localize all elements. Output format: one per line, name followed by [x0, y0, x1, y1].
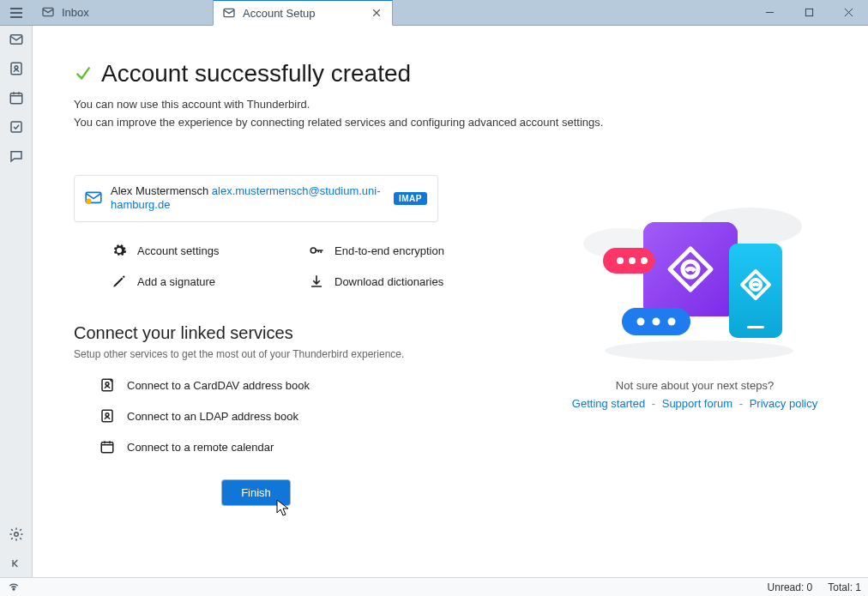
space-settings-button[interactable] [8, 526, 25, 543]
mouse-cursor-icon [276, 499, 290, 519]
svg-point-24 [617, 257, 624, 264]
svg-point-25 [629, 257, 636, 264]
connect-ldap-label: Connect to an LDAP address book [127, 410, 298, 423]
help-links-block: Not sure about your next steps? Getting … [572, 379, 817, 410]
space-mail-button[interactable] [8, 31, 25, 48]
svg-point-19 [605, 340, 793, 361]
connect-calendar-link[interactable]: Connect to a remote calendar [99, 439, 511, 455]
connect-ldap-link[interactable]: Connect to an LDAP address book [99, 408, 511, 424]
svg-point-11 [310, 248, 316, 253]
account-setup-panel: Account successfully created You can now… [33, 26, 868, 577]
page-title: Account successfully created [101, 60, 411, 87]
window-controls [750, 0, 868, 25]
spaces-toolbar [0, 26, 33, 577]
separator: - [739, 397, 743, 410]
pencil-icon [112, 274, 127, 289]
account-setup-icon [222, 6, 236, 20]
connect-carddav-link[interactable]: Connect to a CardDAV address book [99, 377, 511, 393]
svg-point-13 [105, 382, 109, 386]
help-question: Not sure about your next steps? [572, 379, 817, 392]
window-maximize-button[interactable] [789, 0, 829, 25]
add-signature-label: Add a signature [137, 275, 215, 288]
account-name: Alex Mustermensch [111, 184, 208, 197]
svg-point-30 [668, 317, 676, 325]
privacy-policy-link[interactable]: Privacy policy [750, 397, 817, 410]
space-addressbook-button[interactable] [8, 60, 25, 77]
svg-rect-2 [805, 9, 812, 15]
intro-text: You can now use this account with Thunde… [74, 96, 827, 132]
connect-calendar-label: Connect to a remote calendar [127, 441, 274, 454]
svg-point-29 [653, 317, 660, 325]
ldap-icon [99, 408, 115, 424]
tab-inbox-label: Inbox [62, 6, 204, 19]
svg-rect-6 [10, 93, 22, 104]
tab-close-button[interactable] [370, 6, 383, 20]
getting-started-link[interactable]: Getting started [572, 397, 645, 410]
space-tasks-button[interactable] [8, 118, 25, 135]
online-status-icon[interactable] [7, 580, 21, 594]
status-bar: Unread: 0 Total: 1 [0, 577, 868, 596]
e2e-encryption-label: End-to-end encryption [335, 244, 444, 257]
onboarding-illustration [579, 192, 811, 364]
mail-account-icon [85, 190, 102, 207]
intro-line-2: You can improve the experience by connec… [74, 114, 827, 132]
titlebar: Inbox Account Setup [0, 0, 868, 26]
separator: - [652, 397, 655, 410]
svg-point-15 [105, 413, 109, 417]
status-total: Total: 1 [828, 581, 861, 593]
space-collapse-button[interactable] [8, 555, 25, 572]
tab-account-setup-label: Account Setup [243, 7, 363, 20]
status-unread: Unread: 0 [768, 581, 813, 593]
account-settings-link[interactable]: Account settings [112, 243, 283, 258]
svg-point-26 [641, 257, 648, 264]
carddav-icon [99, 377, 115, 393]
connect-carddav-label: Connect to a CardDAV address book [127, 379, 310, 392]
svg-point-28 [637, 317, 645, 325]
account-summary-card: Alex Mustermensch alex.mustermensch@stud… [74, 175, 438, 223]
svg-point-35 [13, 588, 15, 590]
gear-icon [112, 243, 127, 258]
add-signature-link[interactable]: Add a signature [112, 274, 283, 289]
tab-account-setup[interactable]: Account Setup [213, 0, 393, 26]
account-settings-label: Account settings [137, 244, 219, 257]
inbox-icon [41, 5, 55, 19]
support-forum-link[interactable]: Support forum [662, 397, 732, 410]
svg-point-10 [86, 199, 91, 204]
linked-services-title: Connect your linked services [74, 323, 511, 343]
space-chat-button[interactable] [8, 147, 25, 165]
protocol-badge: IMAP [394, 192, 427, 205]
intro-line-1: You can now use this account with Thunde… [74, 96, 827, 114]
svg-point-8 [14, 533, 18, 537]
svg-rect-16 [101, 442, 113, 453]
remote-calendar-icon [99, 439, 115, 455]
e2e-encryption-link[interactable]: End-to-end encryption [309, 243, 497, 258]
success-check-icon [74, 63, 93, 85]
download-dictionaries-label: Download dictionaries [335, 275, 443, 288]
download-icon [309, 274, 324, 289]
svg-rect-34 [747, 326, 764, 328]
window-close-button[interactable] [829, 0, 868, 25]
spaces-toggle-button[interactable] [7, 3, 26, 22]
linked-services-subtitle: Setup other services to get the most out… [74, 348, 511, 360]
download-dictionaries-link[interactable]: Download dictionaries [309, 274, 497, 289]
svg-point-5 [15, 66, 18, 69]
key-icon [309, 243, 324, 258]
tab-inbox[interactable]: Inbox [33, 0, 213, 25]
tab-strip: Inbox Account Setup [33, 0, 393, 25]
space-calendar-button[interactable] [8, 89, 25, 106]
window-minimize-button[interactable] [750, 0, 789, 25]
svg-rect-7 [11, 122, 21, 132]
